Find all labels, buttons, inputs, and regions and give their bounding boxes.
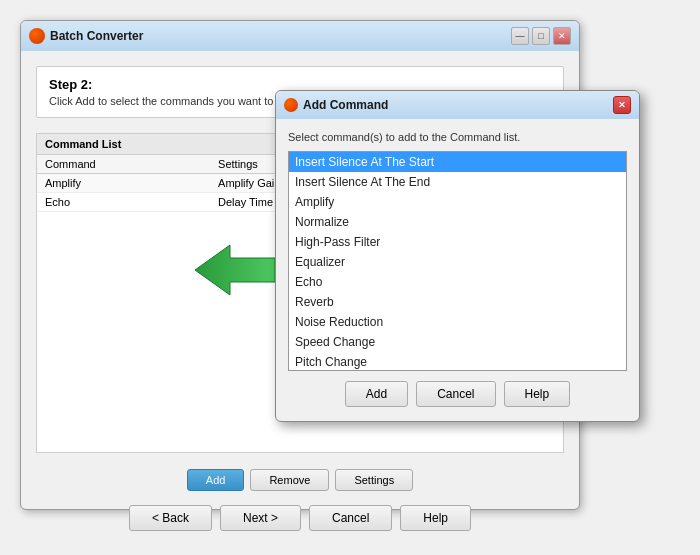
list-item[interactable]: Normalize [289, 212, 626, 232]
cancel-button[interactable]: Cancel [309, 505, 392, 531]
dialog-title-left: Add Command [284, 98, 388, 112]
help-button[interactable]: Help [400, 505, 471, 531]
title-controls: — □ ✕ [511, 27, 571, 45]
arrow-container [195, 240, 275, 303]
list-item[interactable]: Amplify [289, 192, 626, 212]
bottom-buttons: < Back Next > Cancel Help [36, 497, 564, 539]
close-button[interactable]: ✕ [553, 27, 571, 45]
next-button[interactable]: Next > [220, 505, 301, 531]
command-listbox[interactable]: Insert Silence At The Start Insert Silen… [288, 151, 627, 371]
list-item[interactable]: Insert Silence At The End [289, 172, 626, 192]
remove-command-button[interactable]: Remove [250, 469, 329, 491]
settings-command-button[interactable]: Settings [335, 469, 413, 491]
dialog-title: Add Command [303, 98, 388, 112]
app-icon [29, 28, 45, 44]
dialog-help-button[interactable]: Help [504, 381, 571, 407]
list-item[interactable]: Echo [289, 272, 626, 292]
list-item[interactable]: Equalizer [289, 252, 626, 272]
dialog-title-bar: Add Command ✕ [276, 91, 639, 119]
title-bar-left: Batch Converter [29, 28, 143, 44]
list-item[interactable]: Noise Reduction [289, 312, 626, 332]
list-item[interactable]: Reverb [289, 292, 626, 312]
dialog-add-button[interactable]: Add [345, 381, 408, 407]
add-command-dialog: Add Command ✕ Select command(s) to add t… [275, 90, 640, 422]
add-command-button[interactable]: Add [187, 469, 245, 491]
back-button[interactable]: < Back [129, 505, 212, 531]
row-command: Echo [37, 193, 210, 212]
column-command: Command [37, 155, 210, 174]
list-item[interactable]: Pitch Change [289, 352, 626, 371]
dialog-cancel-button[interactable]: Cancel [416, 381, 495, 407]
list-item[interactable]: High-Pass Filter [289, 232, 626, 252]
maximize-button[interactable]: □ [532, 27, 550, 45]
arrow-icon [195, 240, 275, 300]
minimize-button[interactable]: — [511, 27, 529, 45]
panel-buttons: Add Remove Settings [36, 463, 564, 497]
list-item[interactable]: Insert Silence At The Start [289, 152, 626, 172]
list-item[interactable]: Speed Change [289, 332, 626, 352]
svg-marker-0 [195, 245, 275, 295]
dialog-buttons: Add Cancel Help [288, 371, 627, 411]
dialog-content: Select command(s) to add to the Command … [276, 119, 639, 421]
dialog-close-button[interactable]: ✕ [613, 96, 631, 114]
main-title-bar: Batch Converter — □ ✕ [21, 21, 579, 51]
dialog-instruction: Select command(s) to add to the Command … [288, 131, 627, 143]
row-command: Amplify [37, 174, 210, 193]
dialog-app-icon [284, 98, 298, 112]
main-window-title: Batch Converter [50, 29, 143, 43]
